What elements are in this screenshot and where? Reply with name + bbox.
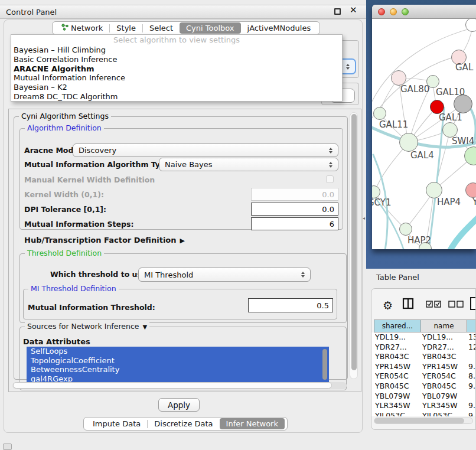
unchecked-rows-icon[interactable]: [448, 301, 464, 308]
tab-select[interactable]: Select: [143, 23, 180, 33]
column-header-shared[interactable]: shared...: [374, 319, 421, 332]
control-panel-title: Control Panel: [6, 8, 57, 17]
vertical-scrollbar-track[interactable]: [350, 112, 358, 379]
new-table-icon[interactable]: [470, 296, 476, 311]
zoom-traffic-light-icon[interactable]: [402, 8, 409, 15]
aracne-mode-combo[interactable]: Discovery: [73, 144, 338, 157]
mi-steps-label: Mutual Information Steps:: [24, 220, 133, 229]
node-label: GAL10: [436, 87, 465, 97]
control-panel-tabs: Network Style Select Cyni Toolbox jActiv…: [52, 21, 320, 35]
tab-network[interactable]: Network: [55, 23, 109, 33]
which-threshold-combo[interactable]: MI Threshold: [138, 268, 311, 282]
aracne-mode-value: Discovery: [79, 146, 116, 155]
sources-group-title[interactable]: Sources for Network Inference▼: [25, 322, 149, 331]
which-threshold-value: MI Threshold: [144, 270, 193, 279]
tab-jactivemnodules[interactable]: jActiveMNodules: [241, 23, 318, 33]
mi-steps-field[interactable]: 6: [251, 217, 338, 230]
vertical-scrollbar-thumb[interactable]: [351, 114, 357, 370]
dropdown-item[interactable]: Dream8 DC_TDC Algorithm: [11, 92, 342, 102]
split-columns-icon[interactable]: [402, 298, 414, 309]
tab-network-label: Network: [71, 24, 103, 32]
mi-type-label: Mutual Information Algorithm Type:: [24, 160, 173, 169]
checked-rows-icon[interactable]: [426, 301, 441, 308]
sources-title-text: Sources for Network Inference: [27, 322, 139, 331]
tab-style[interactable]: Style: [110, 23, 142, 33]
tab-discretize-data[interactable]: Discretize Data: [148, 419, 219, 429]
node-label: GAL1: [439, 112, 462, 123]
spinner-icon: [329, 162, 333, 168]
table-row[interactable]: YIL053CYIL053C9.: [371, 411, 476, 416]
dropdown-item[interactable]: Mutual Information Inference: [11, 73, 342, 83]
kernel-width-label: Kernel Width (0,1):: [24, 190, 104, 199]
network-window-titlebar[interactable]: [372, 5, 476, 19]
which-threshold-label: Which threshold to use:: [50, 270, 149, 279]
hub-expander-label: Hub/Transcription Factor Definition: [24, 236, 177, 244]
network-node-hap4[interactable]: [426, 182, 442, 198]
float-window-icon[interactable]: [334, 8, 341, 15]
tab-cyni-toolbox[interactable]: Cyni Toolbox: [180, 22, 241, 34]
network-node-gal4[interactable]: [399, 133, 418, 152]
algorithm-dropdown-list: Select algorithm to view settings Bayesi…: [11, 34, 343, 102]
bottom-tabs: Impute Data Discretize Data Infer Networ…: [83, 417, 288, 431]
mi-threshold-label: Mutual Information Threshold:: [28, 303, 155, 312]
spinner-icon: [329, 148, 333, 154]
network-node-hap2[interactable]: [399, 223, 412, 236]
table-row[interactable]: YLR345WYLR345W9.: [371, 401, 476, 411]
table-row[interactable]: YBR045CYBR045C9.: [371, 381, 476, 392]
mi-threshold-field[interactable]: 0.5: [248, 298, 333, 312]
gear-icon[interactable]: ⚙: [383, 299, 393, 312]
dropdown-item[interactable]: Bayesian – K2: [11, 83, 342, 92]
expand-right-icon: ▶: [180, 237, 185, 244]
network-canvas[interactable]: GAL80 GAL10 GAL11 GAL1 GAL SWI4 GAL4 GCY…: [372, 19, 476, 249]
table-row[interactable]: YER054CYER054C8.: [371, 371, 476, 381]
dropdown-item[interactable]: Bayesian – Hill Climbing: [11, 45, 342, 55]
horizontal-scrollbar-track[interactable]: [12, 382, 347, 389]
panel-grip-icon[interactable]: [3, 444, 12, 450]
table-rows: YDL19...YDL19...13 YDR27...YDR27...12 YB…: [371, 332, 476, 416]
attribute-item[interactable]: BetweennessCentrality: [27, 365, 329, 374]
tab-infer-network[interactable]: Infer Network: [220, 418, 285, 429]
data-attributes-label: Data Attributes: [23, 337, 90, 346]
manual-kernel-label: Manual Kernel Width Definition: [24, 175, 155, 184]
mi-type-value: Naive Bayes: [165, 160, 212, 169]
hub-expander[interactable]: Hub/Transcription Factor Definition▶: [24, 236, 185, 244]
horizontal-scrollbar-thumb[interactable]: [13, 382, 332, 389]
column-header-name[interactable]: name: [421, 319, 467, 332]
close-icon[interactable]: ✕: [350, 5, 357, 15]
minimize-traffic-light-icon[interactable]: [390, 8, 397, 15]
manual-kernel-checkbox[interactable]: [326, 175, 334, 183]
attribute-item[interactable]: TopologicalCoefficient: [27, 356, 329, 366]
table-row[interactable]: YBL079WYBL079W: [371, 392, 476, 402]
kernel-width-field[interactable]: 0.0: [251, 188, 338, 201]
network-node-gal11[interactable]: [373, 107, 386, 120]
close-traffic-light-icon[interactable]: [378, 8, 385, 15]
cyni-group-title: Cyni Algorithm Settings: [19, 112, 111, 120]
tab-impute-data[interactable]: Impute Data: [86, 419, 147, 429]
attribute-item[interactable]: SelfLoops: [27, 347, 329, 356]
mi-type-combo[interactable]: Naive Bayes: [159, 158, 338, 171]
mi-threshold-group-title: MI Threshold Definition: [28, 284, 119, 293]
table-hscrollbar-track[interactable]: [374, 418, 473, 424]
node-label: GAL11: [379, 119, 408, 130]
threshold-definition-title: Threshold Definition: [25, 249, 104, 257]
table-hscrollbar-thumb[interactable]: [374, 418, 464, 423]
table-row[interactable]: YDL19...YDL19...13: [371, 332, 476, 343]
table-panel-titlebar: Table Panel: [366, 269, 476, 286]
table-panel-title: Table Panel: [376, 273, 419, 282]
node-label: HAP2: [407, 235, 431, 246]
dropdown-item-highlighted[interactable]: ARACNE Algorithm: [11, 64, 342, 74]
table-row[interactable]: YBR043CYBR043C: [371, 352, 476, 362]
network-icon: [61, 24, 69, 31]
list-scrollbar[interactable]: [322, 349, 327, 380]
split-pane-grip-icon[interactable]: ◂: [363, 216, 365, 221]
table-panel-body: ⚙ shared... name YDL19...YDL19...13 YDR2…: [371, 288, 476, 430]
dropdown-item[interactable]: Basic Correlation Inference: [11, 55, 342, 64]
apply-button[interactable]: Apply: [158, 398, 200, 412]
table-row[interactable]: YDR27...YDR27...12: [371, 343, 476, 353]
table-row[interactable]: YPR145WYPR145W9.: [371, 362, 476, 372]
control-panel-titlebar: Control Panel: [0, 5, 366, 19]
node-label: GAL4: [410, 150, 434, 161]
node-label: Y: [472, 197, 476, 207]
dpi-tolerance-field[interactable]: 0.0: [251, 203, 338, 216]
column-header-partial[interactable]: [467, 319, 476, 332]
